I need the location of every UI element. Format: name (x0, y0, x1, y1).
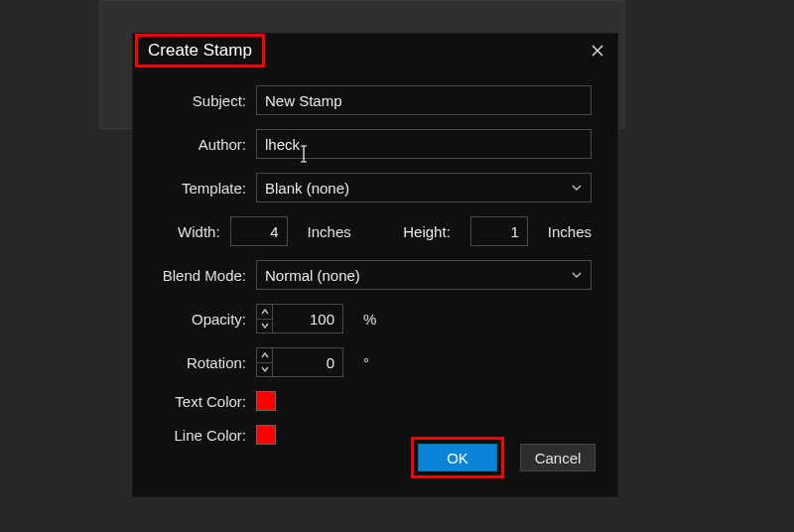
rotation-spinner (256, 347, 272, 377)
subject-input[interactable] (256, 85, 592, 115)
width-input[interactable] (230, 216, 288, 246)
chevron-down-icon (571, 180, 583, 197)
height-label: Height: (401, 223, 461, 240)
rotation-unit: ° (363, 354, 369, 371)
rotation-label: Rotation: (151, 354, 256, 371)
close-icon (591, 44, 604, 58)
dialog-title: Create Stamp (135, 34, 265, 67)
line-color-label: Line Color: (151, 427, 256, 444)
close-button[interactable] (578, 34, 617, 67)
blend-mode-label: Blend Mode: (151, 267, 256, 284)
opacity-spin-up[interactable] (257, 305, 272, 320)
subject-label: Subject: (151, 92, 256, 109)
author-label: Author: (151, 136, 256, 153)
ok-button-highlight: OK (411, 437, 504, 478)
opacity-spinner (256, 304, 272, 333)
opacity-input[interactable] (272, 304, 343, 333)
chevron-up-icon (261, 352, 269, 358)
template-label: Template: (151, 180, 256, 197)
blend-mode-select[interactable]: Normal (none) (256, 260, 592, 290)
width-unit: Inches (308, 223, 351, 240)
template-select[interactable]: Blank (none) (256, 173, 592, 202)
rotation-input[interactable] (272, 347, 343, 377)
text-color-swatch[interactable] (256, 391, 276, 411)
height-input[interactable] (470, 216, 528, 246)
chevron-down-icon (261, 323, 269, 329)
width-label: Width: (151, 223, 230, 240)
text-color-label: Text Color: (151, 393, 256, 410)
dialog-footer: OK Cancel (411, 437, 596, 478)
author-input[interactable] (256, 129, 592, 159)
height-unit: Inches (548, 223, 592, 240)
rotation-spin-down[interactable] (257, 363, 272, 377)
form-area: Subject: Author: Template: Blank (none) … (133, 67, 617, 468)
opacity-spin-down[interactable] (257, 320, 272, 333)
line-color-swatch[interactable] (256, 425, 276, 445)
opacity-unit: % (363, 311, 376, 328)
titlebar: Create Stamp (133, 34, 617, 67)
rotation-spin-up[interactable] (257, 348, 272, 363)
opacity-label: Opacity: (151, 311, 256, 328)
ok-button[interactable]: OK (418, 444, 497, 471)
chevron-down-icon (261, 366, 269, 372)
create-stamp-dialog: Create Stamp Subject: Author: Template: … (132, 33, 618, 497)
chevron-down-icon (571, 267, 583, 284)
template-select-value: Blank (none) (265, 180, 349, 197)
cancel-button[interactable]: Cancel (520, 444, 596, 471)
chevron-up-icon (261, 309, 269, 315)
blend-mode-select-value: Normal (none) (265, 267, 360, 284)
